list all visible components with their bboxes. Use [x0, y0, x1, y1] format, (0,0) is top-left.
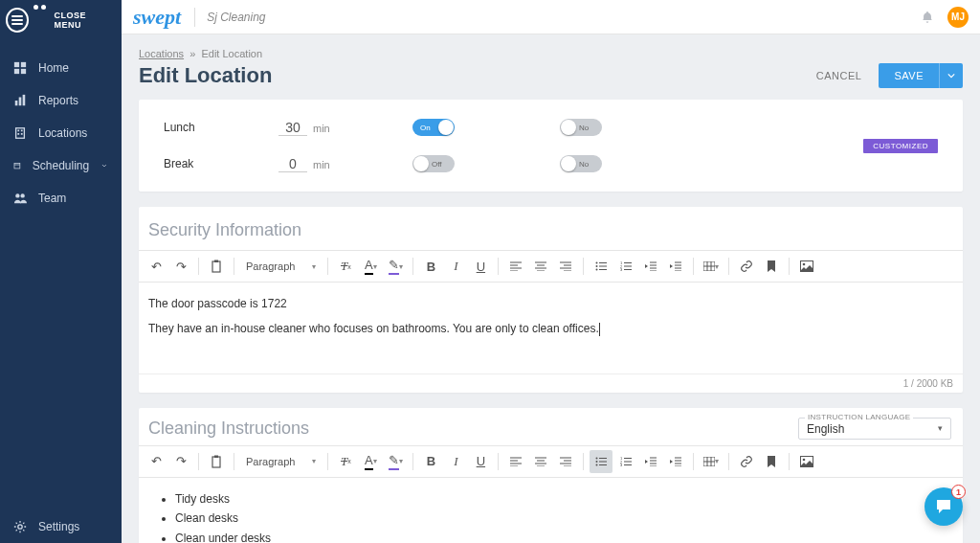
svg-rect-12 [14, 164, 20, 169]
underline-button[interactable]: U [469, 255, 492, 278]
save-button[interactable]: SAVE [879, 63, 939, 88]
svg-point-35 [596, 269, 598, 271]
svg-text:3: 3 [620, 267, 623, 271]
image-button[interactable] [795, 255, 818, 278]
dashboard-icon [13, 61, 27, 75]
break-toggle-no[interactable]: No [560, 155, 602, 172]
building-icon [13, 126, 27, 140]
avatar[interactable]: MJ [947, 7, 969, 28]
number-list-button[interactable]: 123 [614, 255, 637, 278]
bullet-list-button[interactable] [590, 450, 612, 473]
number-list-button[interactable]: 123 [614, 450, 637, 473]
italic-button[interactable]: I [444, 255, 467, 278]
svg-rect-58 [214, 455, 218, 458]
highlight-button[interactable]: ✎ ▾ [384, 255, 407, 278]
table-button[interactable]: ▾ [700, 255, 723, 278]
svg-rect-0 [14, 62, 19, 67]
svg-rect-2 [14, 69, 19, 74]
align-left-button[interactable] [504, 450, 527, 473]
cancel-button[interactable]: CANCEL [809, 64, 870, 87]
align-right-button[interactable] [554, 450, 577, 473]
paragraph-format-select[interactable]: Paragraph▾ [240, 456, 322, 467]
image-button[interactable] [795, 450, 818, 473]
indent-button[interactable] [664, 255, 687, 278]
svg-rect-57 [212, 457, 220, 467]
paste-button[interactable] [205, 450, 228, 473]
security-editor[interactable]: The door passcode is 1722 They have an i… [139, 283, 963, 373]
bold-button[interactable]: B [419, 450, 442, 473]
redo-button[interactable]: ↷ [169, 450, 192, 473]
indent-button[interactable] [664, 450, 687, 473]
chat-bubble[interactable]: 1 [924, 487, 963, 526]
undo-button[interactable]: ↶ [145, 450, 167, 473]
bookmark-button[interactable] [760, 255, 783, 278]
sidebar-item-settings[interactable]: Settings [0, 510, 122, 543]
align-left-button[interactable] [504, 255, 527, 278]
outdent-button[interactable] [639, 450, 662, 473]
svg-point-15 [20, 193, 24, 197]
cleaning-instructions-card: Cleaning Instructions INSTRUCTION LANGUA… [139, 408, 963, 543]
highlight-button[interactable]: ✎ ▾ [384, 450, 407, 473]
bold-button[interactable]: B [419, 255, 442, 278]
font-color-button[interactable]: A ▾ [359, 450, 382, 473]
sidebar-nav: Home Reports Locations Scheduling Team [0, 52, 122, 215]
break-minutes-input[interactable] [278, 156, 307, 172]
lunch-toggle-no[interactable]: No [560, 119, 602, 136]
clear-format-button[interactable]: Tx [334, 255, 357, 278]
bullet-list-button[interactable] [590, 255, 612, 278]
hamburger-icon [6, 8, 29, 33]
caret-down-icon: ▾ [938, 423, 943, 433]
lunch-minutes-input[interactable] [278, 120, 307, 136]
align-center-button[interactable] [529, 450, 552, 473]
chat-icon [934, 497, 953, 516]
paste-button[interactable] [205, 255, 228, 278]
save-dropdown-button[interactable] [939, 63, 963, 88]
redo-button[interactable]: ↷ [169, 255, 192, 278]
status-dots [33, 5, 46, 10]
instructions-editor[interactable]: Tidy desksClean desksClean under desksEm… [139, 478, 963, 543]
caret-down-icon [947, 72, 955, 79]
sidebar-item-scheduling[interactable]: Scheduling [0, 149, 122, 182]
font-color-button[interactable]: A ▾ [359, 255, 382, 278]
lunch-toggle-on[interactable]: On [412, 119, 455, 136]
instruction-language-select[interactable]: INSTRUCTION LANGUAGE English ▾ [798, 418, 951, 440]
calendar-icon [13, 159, 21, 172]
bookmark-button[interactable] [760, 450, 783, 473]
close-menu-label: CLOSE MENU [54, 11, 112, 30]
break-toggle-off[interactable]: Off [412, 155, 455, 172]
paragraph-format-select[interactable]: Paragraph▾ [240, 260, 322, 272]
undo-button[interactable]: ↶ [145, 255, 167, 278]
clear-format-button[interactable]: Tx [334, 450, 357, 473]
instructions-toolbar: ↶ ↷ Paragraph▾ Tx A ▾ ✎ ▾ B I U [139, 446, 963, 478]
align-right-button[interactable] [554, 255, 577, 278]
sidebar-item-team[interactable]: Team [0, 182, 122, 215]
instruction-item: Clean under desks [175, 529, 953, 543]
page-title: Edit Location [139, 63, 272, 88]
link-button[interactable] [735, 450, 758, 473]
svg-rect-18 [214, 260, 218, 263]
break-label: Break [164, 157, 278, 170]
align-center-button[interactable] [529, 255, 552, 278]
sidebar-menu-toggle[interactable]: CLOSE MENU [0, 0, 122, 42]
sidebar-item-label: Team [38, 192, 66, 205]
sidebar-item-home[interactable]: Home [0, 52, 122, 84]
link-button[interactable] [735, 255, 758, 278]
breadcrumb-parent[interactable]: Locations [139, 48, 184, 59]
logo[interactable]: swept [133, 5, 181, 30]
svg-rect-1 [21, 62, 26, 67]
instruction-item: Tidy desks [175, 489, 953, 509]
bell-icon[interactable] [921, 11, 934, 24]
svg-rect-6 [23, 95, 26, 105]
outdent-button[interactable] [639, 255, 662, 278]
svg-text:3: 3 [620, 463, 623, 466]
table-button[interactable]: ▾ [700, 450, 723, 473]
sidebar-item-locations[interactable]: Locations [0, 117, 122, 149]
sidebar-item-reports[interactable]: Reports [0, 84, 122, 117]
underline-button[interactable]: U [469, 450, 492, 473]
italic-button[interactable]: I [444, 450, 467, 473]
breadcrumb: Locations » Edit Location [139, 48, 963, 59]
security-toolbar: ↶ ↷ Paragraph▾ Tx A ▾ ✎ ▾ B I U [139, 251, 963, 283]
svg-point-33 [596, 265, 598, 267]
customized-badge: CUSTOMIZED [863, 139, 938, 153]
svg-rect-10 [17, 133, 19, 135]
